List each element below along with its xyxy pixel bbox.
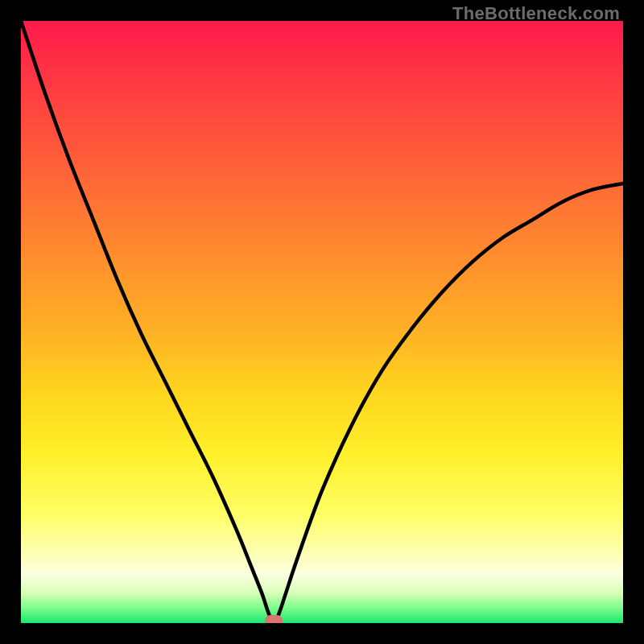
- watermark-text: TheBottleneck.com: [452, 3, 620, 24]
- bottleneck-curve: [21, 21, 623, 623]
- plot-area: [21, 21, 623, 623]
- chart-frame: TheBottleneck.com: [0, 0, 644, 644]
- minimum-marker: [265, 615, 283, 623]
